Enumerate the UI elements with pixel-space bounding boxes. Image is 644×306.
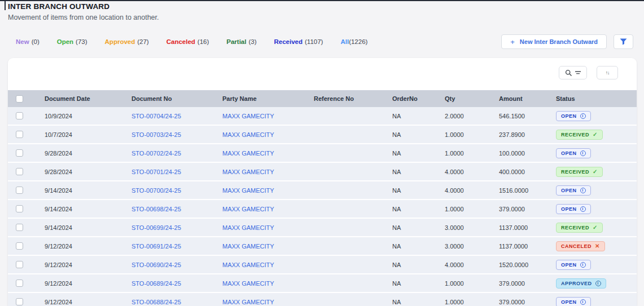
status-badge[interactable]: OPEN i — [556, 111, 591, 121]
row-checkbox[interactable] — [16, 224, 23, 231]
amount-cell: 1137.0000 — [491, 224, 548, 231]
row-checkbox-cell — [8, 205, 37, 213]
document-date-cell: 9/12/2024 — [37, 299, 124, 305]
status-icon: i — [580, 262, 586, 268]
party-name-link[interactable]: MAXX GAMECITY — [222, 168, 274, 175]
order-no-cell: NA — [384, 150, 437, 157]
party-name-link[interactable]: MAXX GAMECITY — [222, 224, 274, 231]
row-checkbox[interactable] — [16, 112, 23, 119]
document-no-link[interactable]: STO-00690/24-25 — [132, 261, 181, 268]
order-no-cell: NA — [384, 206, 437, 212]
status-badge[interactable]: RECEIVED ✓ — [556, 130, 603, 140]
party-name-link[interactable]: MAXX GAMECITY — [222, 243, 274, 250]
amount-cell: 379.0000 — [491, 299, 548, 305]
row-checkbox[interactable] — [16, 261, 23, 268]
status-badge[interactable]: OPEN i — [556, 297, 591, 306]
amount-cell: 379.0000 — [491, 280, 548, 287]
status-icon: ✓ — [593, 132, 598, 138]
document-no-link[interactable]: STO-00699/24-25 — [132, 224, 181, 231]
party-name-link[interactable]: MAXX GAMECITY — [222, 113, 274, 119]
row-checkbox[interactable] — [16, 205, 23, 212]
document-date-cell: 9/28/2024 — [37, 168, 124, 175]
row-checkbox[interactable] — [16, 149, 23, 157]
document-no-link[interactable]: STO-00691/24-25 — [132, 243, 181, 250]
order-no-cell: NA — [384, 280, 437, 287]
row-checkbox[interactable] — [16, 168, 23, 175]
row-checkbox-cell — [8, 168, 37, 176]
document-no-cell: STO-00701/24-25 — [124, 168, 214, 175]
status-badge[interactable]: OPEN i — [556, 185, 591, 196]
document-no-cell: STO-00689/24-25 — [124, 280, 214, 287]
new-inter-branch-outward-button[interactable]: + New Inter Branch Outward — [501, 34, 607, 49]
document-no-cell: STO-00688/24-25 — [124, 299, 214, 305]
header-status: Status — [548, 95, 637, 102]
document-no-link[interactable]: STO-00689/24-25 — [132, 280, 181, 287]
document-date-cell: 10/9/2024 — [37, 113, 124, 119]
select-all-checkbox[interactable] — [16, 95, 23, 103]
document-date-cell: 9/28/2024 — [37, 150, 124, 157]
row-checkbox-cell — [8, 280, 37, 287]
document-no-cell: STO-00698/24-25 — [124, 206, 214, 212]
filter-tab-approved[interactable]: Approved(27) — [105, 38, 149, 45]
row-checkbox-cell — [8, 242, 37, 250]
document-no-link[interactable]: STO-00698/24-25 — [132, 206, 181, 212]
party-name-link[interactable]: MAXX GAMECITY — [222, 150, 274, 157]
filter-tab-new[interactable]: New(0) — [16, 38, 40, 45]
row-checkbox[interactable] — [16, 242, 23, 250]
filter-dropdown-button[interactable] — [614, 34, 633, 49]
document-no-cell: STO-00704/24-25 — [124, 113, 214, 119]
document-no-link[interactable]: STO-00704/24-25 — [132, 113, 181, 119]
status-badge[interactable]: OPEN i — [556, 204, 591, 214]
document-no-link[interactable]: STO-00701/24-25 — [132, 168, 181, 175]
row-checkbox[interactable] — [16, 131, 23, 138]
party-name-link[interactable]: MAXX GAMECITY — [222, 299, 274, 305]
table-body: 10/9/2024 STO-00704/24-25 MAXX GAMECITY … — [8, 107, 637, 306]
page-title: INTER BRANCH OUTWARD — [8, 2, 636, 11]
row-checkbox[interactable] — [16, 298, 23, 305]
row-checkbox[interactable] — [16, 187, 23, 194]
qty-cell: 2.0000 — [437, 113, 491, 119]
row-checkbox-cell — [8, 298, 37, 306]
qty-cell: 4.0000 — [437, 261, 491, 268]
page-subtitle: Movement of items from one location to a… — [8, 14, 636, 21]
party-name-link[interactable]: MAXX GAMECITY — [222, 261, 274, 268]
status-badge[interactable]: RECEIVED ✓ — [556, 223, 603, 233]
document-no-link[interactable]: STO-00700/24-25 — [132, 187, 181, 194]
status-cell: RECEIVED ✓ — [548, 223, 637, 233]
document-date-cell: 10/7/2024 — [37, 131, 124, 138]
status-badge[interactable]: CANCELED ✕ — [556, 241, 605, 251]
order-no-cell: NA — [384, 113, 437, 119]
table-row: 9/12/2024 STO-00689/24-25 MAXX GAMECITY … — [8, 274, 637, 293]
party-name-link[interactable]: MAXX GAMECITY — [222, 206, 274, 212]
document-no-cell: STO-00702/24-25 — [124, 150, 214, 157]
document-date-cell: 9/12/2024 — [37, 243, 124, 250]
filter-tab-received[interactable]: Received(1107) — [274, 38, 323, 45]
filter-tab-partial[interactable]: Partial(3) — [226, 38, 256, 45]
document-no-link[interactable]: STO-00688/24-25 — [132, 299, 181, 305]
filter-tab-canceled[interactable]: Canceled(16) — [167, 38, 209, 45]
document-date-cell: 9/14/2024 — [37, 187, 124, 194]
status-badge[interactable]: OPEN i — [556, 148, 591, 158]
filter-tab-all[interactable]: All(1226) — [340, 38, 367, 45]
status-badge[interactable]: APPROVED i — [556, 278, 606, 289]
status-badge[interactable]: RECEIVED ✓ — [556, 167, 603, 177]
filter-tab-open[interactable]: Open(73) — [57, 38, 87, 45]
amount-cell: 379.0000 — [491, 206, 548, 212]
row-checkbox[interactable] — [16, 280, 23, 287]
party-name-link[interactable]: MAXX GAMECITY — [222, 131, 274, 138]
sort-button[interactable]: ↑↓ — [597, 66, 618, 79]
table-row: 9/12/2024 STO-00691/24-25 MAXX GAMECITY … — [8, 237, 637, 256]
table-row: 9/14/2024 STO-00699/24-25 MAXX GAMECITY … — [8, 219, 637, 237]
search-filter-button[interactable] — [559, 66, 587, 79]
status-badge[interactable]: OPEN i — [556, 260, 591, 270]
table-header-row: Document Date Document No Party Name Ref… — [8, 90, 637, 107]
document-no-link[interactable]: STO-00703/24-25 — [132, 131, 181, 138]
party-name-link[interactable]: MAXX GAMECITY — [222, 187, 274, 194]
header-qty: Qty — [437, 95, 491, 102]
table-card: ↑↓ Document Date Document No Party Name … — [8, 58, 637, 306]
row-checkbox-cell — [8, 131, 37, 139]
party-name-cell: MAXX GAMECITY — [214, 131, 306, 138]
document-no-link[interactable]: STO-00702/24-25 — [132, 150, 181, 157]
party-name-link[interactable]: MAXX GAMECITY — [222, 280, 274, 287]
document-no-cell: STO-00699/24-25 — [124, 224, 214, 231]
